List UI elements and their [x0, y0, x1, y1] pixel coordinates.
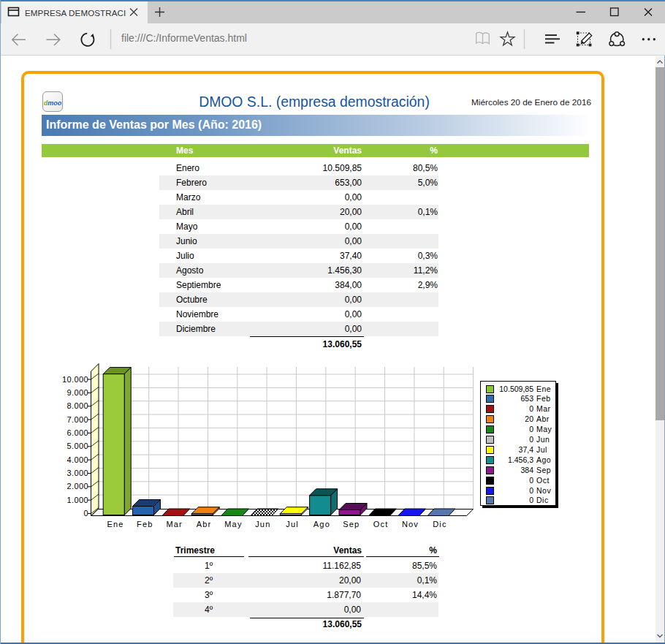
svg-text:Abr: Abr	[197, 520, 212, 529]
svg-text:1.000: 1.000	[66, 496, 88, 504]
svg-text:5.000: 5.000	[66, 442, 88, 450]
svg-text:May: May	[224, 520, 242, 529]
svg-text:Feb: Feb	[137, 520, 153, 529]
svg-text:Mar: Mar	[166, 520, 183, 529]
svg-text:6.000: 6.000	[66, 428, 88, 437]
svg-text:Jul: Jul	[286, 520, 299, 529]
svg-text:Oct: Oct	[373, 520, 389, 529]
svg-text:0: 0	[83, 509, 88, 518]
svg-text:4.000: 4.000	[66, 455, 88, 464]
svg-text:2.000: 2.000	[66, 482, 88, 490]
svg-text:3.000: 3.000	[66, 469, 88, 477]
svg-text:Ago: Ago	[314, 520, 330, 529]
svg-text:Nov: Nov	[402, 520, 419, 529]
svg-text:9.000: 9.000	[66, 388, 88, 397]
svg-text:Sep: Sep	[343, 520, 360, 529]
svg-text:10.000: 10.000	[63, 375, 88, 384]
svg-text:Jun: Jun	[255, 520, 270, 529]
svg-text:Dic: Dic	[433, 520, 447, 529]
svg-text:8.000: 8.000	[66, 401, 88, 410]
svg-text:7.000: 7.000	[66, 415, 88, 424]
svg-text:Ene: Ene	[107, 520, 123, 529]
